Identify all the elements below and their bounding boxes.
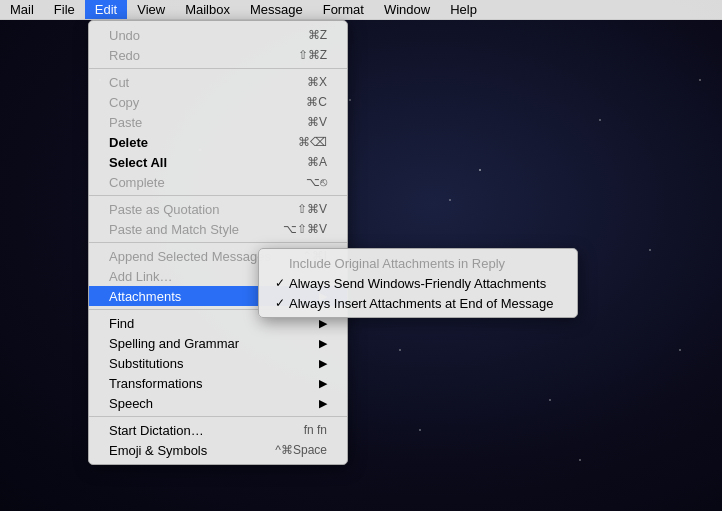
separator-2: [89, 195, 347, 196]
menu-item-emoji[interactable]: Emoji & Symbols ^⌘Space: [89, 440, 347, 460]
menubar: Mail File Edit View Mailbox Message Form…: [0, 0, 722, 20]
menu-item-speech[interactable]: Speech ▶: [89, 393, 347, 413]
menubar-item-window[interactable]: Window: [374, 0, 440, 19]
separator-1: [89, 68, 347, 69]
menu-item-copy[interactable]: Copy ⌘C: [89, 92, 347, 112]
submenu-item-include-original[interactable]: Include Original Attachments in Reply: [259, 253, 577, 273]
menubar-item-file[interactable]: File: [44, 0, 85, 19]
menu-item-transformations[interactable]: Transformations ▶: [89, 373, 347, 393]
menu-item-select-all[interactable]: Select All ⌘A: [89, 152, 347, 172]
menubar-item-mail[interactable]: Mail: [0, 0, 44, 19]
menubar-item-view[interactable]: View: [127, 0, 175, 19]
separator-3: [89, 242, 347, 243]
menu-item-paste-match[interactable]: Paste and Match Style ⌥⇧⌘V: [89, 219, 347, 239]
separator-5: [89, 416, 347, 417]
edit-dropdown-menu: Undo ⌘Z Redo ⇧⌘Z Cut ⌘X Copy ⌘C Paste ⌘V…: [88, 20, 348, 465]
menu-item-paste[interactable]: Paste ⌘V: [89, 112, 347, 132]
menu-item-dictation[interactable]: Start Dictation… fn fn: [89, 420, 347, 440]
attachments-submenu: Include Original Attachments in Reply ✓ …: [258, 248, 578, 318]
submenu-item-windows-friendly[interactable]: ✓ Always Send Windows-Friendly Attachmen…: [259, 273, 577, 293]
menu-item-paste-quotation[interactable]: Paste as Quotation ⇧⌘V: [89, 199, 347, 219]
submenu-item-end-of-message[interactable]: ✓ Always Insert Attachments at End of Me…: [259, 293, 577, 313]
menu-item-spelling[interactable]: Spelling and Grammar ▶: [89, 333, 347, 353]
menubar-item-message[interactable]: Message: [240, 0, 313, 19]
menubar-item-help[interactable]: Help: [440, 0, 487, 19]
menubar-item-format[interactable]: Format: [313, 0, 374, 19]
menu-item-undo[interactable]: Undo ⌘Z: [89, 25, 347, 45]
menubar-item-mailbox[interactable]: Mailbox: [175, 0, 240, 19]
menu-item-cut[interactable]: Cut ⌘X: [89, 72, 347, 92]
menu-item-redo[interactable]: Redo ⇧⌘Z: [89, 45, 347, 65]
menubar-item-edit[interactable]: Edit: [85, 0, 127, 19]
menu-item-substitutions[interactable]: Substitutions ▶: [89, 353, 347, 373]
menu-item-delete[interactable]: Delete ⌘⌫: [89, 132, 347, 152]
menu-item-complete[interactable]: Complete ⌥⎋: [89, 172, 347, 192]
